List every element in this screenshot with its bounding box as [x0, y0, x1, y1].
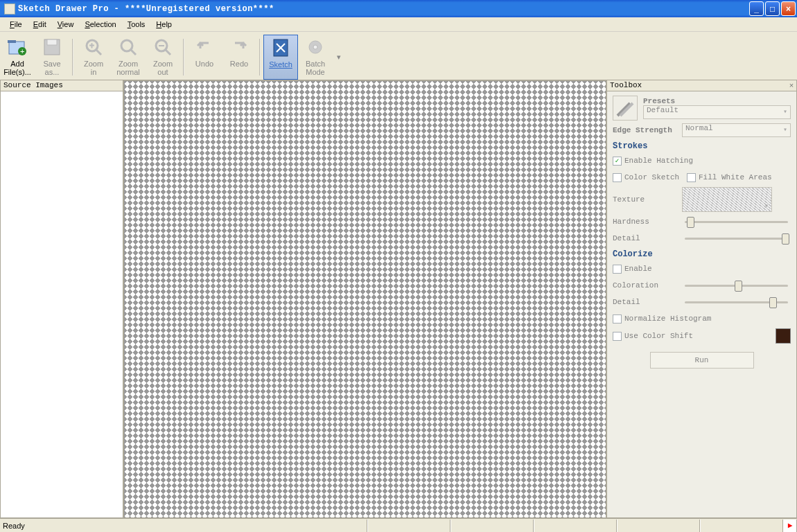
- svg-text:+: +: [89, 41, 94, 51]
- undo-button[interactable]: Undo: [187, 35, 222, 80]
- toolbar: + Add File(s)... Save as... + Zoom in Zo…: [0, 32, 797, 80]
- source-panel-title: Source Images: [1, 80, 123, 91]
- fill-white-checkbox[interactable]: [687, 173, 696, 182]
- youtube-icon[interactable]: ▶: [783, 520, 797, 532]
- menu-tools[interactable]: Tools: [122, 19, 151, 30]
- save-as-button[interactable]: Save as...: [35, 35, 69, 80]
- strokes-detail-label: Detail: [613, 234, 682, 242]
- svg-line-10: [131, 50, 136, 55]
- menu-view[interactable]: View: [52, 19, 80, 30]
- colorize-enable-checkbox[interactable]: [613, 265, 622, 274]
- zoom-in-label: Zoom in: [84, 60, 103, 76]
- enable-hatching-label: Enable Hatching: [624, 157, 693, 165]
- batch-button[interactable]: Batch Mode: [298, 35, 333, 80]
- undo-icon: [193, 36, 216, 58]
- minimize-button[interactable]: _: [749, 1, 764, 16]
- zoom-in-button[interactable]: + Zoom in: [76, 35, 111, 80]
- coloration-label: Coloration: [613, 281, 682, 290]
- enable-hatching-checkbox[interactable]: [613, 157, 622, 166]
- sketch-icon: [270, 37, 292, 59]
- svg-rect-5: [47, 39, 57, 45]
- save-icon: [41, 36, 63, 58]
- normalize-checkbox[interactable]: [613, 314, 622, 323]
- run-button[interactable]: Run: [650, 352, 754, 369]
- status-cell-5: [700, 520, 783, 532]
- zoom-normal-button[interactable]: Zoom normal: [111, 35, 146, 80]
- hardness-slider[interactable]: [682, 215, 791, 229]
- toolbox-close-icon[interactable]: ×: [787, 80, 796, 91]
- svg-text:+: +: [20, 47, 24, 55]
- edge-strength-label: Edge Strength: [613, 126, 682, 134]
- separator: [72, 39, 73, 76]
- toolbox-title: Toolbox: [610, 80, 642, 91]
- status-cell-2: [450, 520, 534, 532]
- batch-icon: [304, 36, 326, 58]
- app-icon: [4, 3, 15, 15]
- colorize-header: Colorize: [613, 249, 791, 259]
- batch-label: Batch Mode: [306, 60, 325, 76]
- main-area: Source Images Toolbox × Presets Default …: [0, 80, 797, 518]
- svg-line-12: [166, 50, 170, 55]
- add-files-label: Add File(s)...: [3, 60, 31, 76]
- texture-select[interactable]: [682, 187, 772, 212]
- source-images-panel: Source Images: [0, 80, 123, 518]
- canvas[interactable]: [123, 80, 606, 518]
- menu-selection[interactable]: Selection: [79, 19, 121, 30]
- color-sketch-checkbox[interactable]: [613, 173, 622, 182]
- separator: [259, 39, 261, 76]
- menu-help[interactable]: Help: [150, 19, 177, 30]
- colorize-enable-label: Enable: [624, 265, 652, 273]
- strokes-detail-slider[interactable]: [682, 231, 791, 245]
- svg-point-9: [121, 40, 132, 51]
- add-files-icon: +: [6, 36, 28, 58]
- color-shift-swatch[interactable]: [776, 328, 791, 344]
- status-ready: Ready: [0, 520, 367, 532]
- zoom-out-label: Zoom out: [153, 60, 173, 76]
- menu-edit[interactable]: Edit: [28, 19, 52, 30]
- menu-file[interactable]: File: [4, 19, 28, 30]
- pencils-icon: [613, 96, 638, 121]
- source-list[interactable]: [1, 91, 123, 517]
- separator: [183, 39, 184, 76]
- add-files-button[interactable]: + Add File(s)...: [0, 35, 35, 80]
- strokes-header: Strokes: [613, 141, 791, 151]
- menubar: File Edit View Selection Tools Help: [0, 17, 797, 32]
- fill-white-label: Fill White Areas: [699, 173, 772, 181]
- statusbar: Ready ▶: [0, 518, 797, 532]
- edge-strength-select[interactable]: Normal: [682, 123, 791, 137]
- undo-label: Undo: [195, 60, 213, 68]
- svg-rect-1: [8, 40, 16, 43]
- texture-label: Texture: [613, 195, 682, 204]
- color-shift-label: Use Color Shift: [624, 332, 693, 340]
- presets-select[interactable]: Default: [643, 105, 791, 119]
- titlebar: Sketch Drawer Pro - ****Unregistered ver…: [0, 0, 797, 17]
- close-button[interactable]: ×: [781, 1, 796, 16]
- window-title: Sketch Drawer Pro - ****Unregistered ver…: [18, 4, 748, 14]
- redo-button[interactable]: Redo: [222, 35, 256, 80]
- toolbox-panel: Toolbox × Presets Default Edge Strength …: [606, 80, 797, 518]
- status-cell-3: [534, 520, 617, 532]
- status-cell-4: [617, 520, 700, 532]
- coloration-slider[interactable]: [682, 278, 791, 292]
- sketch-button[interactable]: Sketch: [263, 35, 298, 80]
- zoom-in-icon: +: [82, 36, 105, 58]
- redo-icon: [228, 36, 250, 58]
- color-sketch-label: Color Sketch: [624, 173, 687, 181]
- hardness-label: Hardness: [613, 218, 682, 226]
- redo-label: Redo: [230, 60, 248, 68]
- status-cell-1: [367, 520, 450, 532]
- color-shift-checkbox[interactable]: [613, 332, 622, 341]
- colorize-detail-label: Detail: [613, 298, 682, 306]
- maximize-button[interactable]: □: [765, 1, 780, 16]
- svg-point-16: [313, 45, 317, 49]
- toolbar-chevron-icon[interactable]: ▾: [337, 53, 341, 62]
- sketch-label: Sketch: [269, 60, 292, 69]
- presets-label: Presets: [643, 97, 712, 105]
- zoom-normal-icon: [117, 36, 139, 58]
- normalize-label: Normalize Histogram: [624, 314, 711, 323]
- svg-line-7: [96, 50, 101, 55]
- zoom-out-icon: [152, 36, 174, 58]
- colorize-detail-slider[interactable]: [682, 295, 791, 309]
- zoom-normal-label: Zoom normal: [116, 60, 140, 76]
- zoom-out-button[interactable]: Zoom out: [146, 35, 180, 80]
